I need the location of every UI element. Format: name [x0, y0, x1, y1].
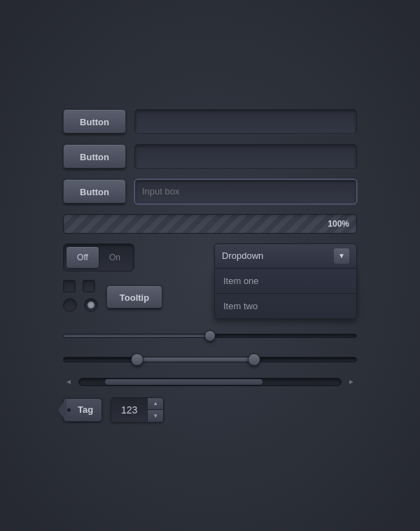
- button-3[interactable]: Button: [63, 179, 126, 204]
- button-1[interactable]: Button: [63, 109, 126, 134]
- single-slider-thumb[interactable]: [204, 330, 216, 341]
- spinner-down-button[interactable]: ▼: [148, 410, 163, 422]
- scroll-right-arrow[interactable]: ►: [346, 376, 357, 388]
- spinner-up-button[interactable]: ▲: [148, 398, 163, 410]
- progress-bar-fill: [64, 215, 356, 233]
- progress-label: 100%: [328, 219, 349, 229]
- spinner-buttons: ▲ ▼: [148, 398, 163, 422]
- ui-kit-container: Button Button Button 100% Off On: [63, 109, 357, 423]
- single-slider-track: [63, 334, 357, 338]
- double-slider-thumb-right[interactable]: [248, 353, 260, 366]
- dropdown-item-2[interactable]: Item two: [215, 294, 356, 318]
- double-slider-range: [137, 357, 254, 362]
- spinner: 123 ▲ ▼: [111, 397, 164, 423]
- checkboxes-row: [63, 280, 98, 292]
- scroll-left-arrow[interactable]: ◄: [63, 376, 74, 388]
- controls-row: Off On: [63, 243, 357, 319]
- radio-1[interactable]: [63, 298, 77, 312]
- scrollbar-row: ◄ ►: [63, 376, 357, 388]
- tag-label[interactable]: Tag: [63, 398, 102, 422]
- radios-row: [63, 298, 98, 312]
- checkbox-1[interactable]: [63, 280, 76, 292]
- checkbox-2[interactable]: [83, 280, 95, 292]
- single-slider-fill: [64, 334, 210, 337]
- progress-bar-container: 100%: [63, 214, 357, 234]
- input-field-3[interactable]: [134, 179, 357, 204]
- dropdown-item-1[interactable]: Item one: [215, 269, 356, 294]
- dropdown-list: Item one Item two: [214, 269, 357, 319]
- dropdown-label: Dropdown: [222, 250, 263, 261]
- spinner-value: 123: [111, 398, 148, 422]
- tooltip-button[interactable]: Tooltip: [106, 285, 162, 309]
- dropdown-header[interactable]: Dropdown ▼: [214, 243, 357, 269]
- toggle-off-label: Off: [77, 253, 88, 262]
- bottom-row: Tag 123 ▲ ▼: [63, 397, 357, 423]
- toggle-off-button[interactable]: Off: [66, 247, 99, 268]
- scrollbar-track[interactable]: [78, 378, 342, 386]
- dropdown-wrapper: Dropdown ▼ Item one Item two: [214, 243, 357, 319]
- single-slider-row: [63, 329, 357, 343]
- dropdown-arrow-icon[interactable]: ▼: [334, 248, 349, 264]
- button-input-row-2: Button: [63, 144, 357, 169]
- radio-2[interactable]: [84, 298, 98, 312]
- double-slider-track: [63, 357, 357, 362]
- button-2[interactable]: Button: [63, 144, 126, 169]
- toggle-on-button[interactable]: On: [99, 247, 131, 268]
- toggle-group: Off On: [63, 243, 134, 271]
- input-field-1[interactable]: [134, 109, 357, 134]
- button-input-row-3: Button: [63, 179, 357, 204]
- scrollbar-thumb[interactable]: [105, 379, 262, 385]
- input-field-2[interactable]: [134, 144, 357, 169]
- button-input-row-1: Button: [63, 109, 357, 134]
- toggle-on-label: On: [109, 253, 120, 262]
- double-slider-row: [63, 353, 357, 367]
- double-slider-thumb-left[interactable]: [131, 353, 144, 366]
